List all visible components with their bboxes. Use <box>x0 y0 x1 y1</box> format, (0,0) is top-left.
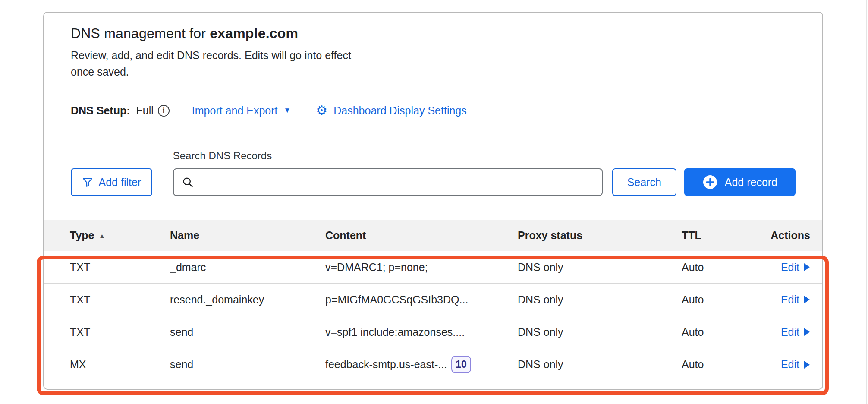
cell-actions: Edit <box>764 326 810 338</box>
sort-ascending-icon: ▲ <box>99 232 106 240</box>
column-header-proxy-status[interactable]: Proxy status <box>518 229 682 242</box>
column-header-content[interactable]: Content <box>325 229 518 242</box>
table-row: TXT send v=spf1 include:amazonses.... DN… <box>44 316 822 348</box>
cell-content: v=DMARC1; p=none; <box>325 261 518 274</box>
cell-actions: Edit <box>764 261 810 274</box>
add-filter-label: Add filter <box>99 176 142 189</box>
dns-records-table: Type▲ Name Content Proxy status TTL Acti… <box>44 220 822 381</box>
edit-record-link[interactable]: Edit <box>781 358 810 371</box>
import-export-dropdown[interactable]: Import and Export ▼ <box>192 104 291 117</box>
cell-ttl: Auto <box>682 261 764 274</box>
cell-ttl: Auto <box>682 294 764 306</box>
add-filter-button[interactable]: Add filter <box>71 168 152 196</box>
chevron-down-icon: ▼ <box>284 106 291 115</box>
cell-ttl: Auto <box>682 358 764 371</box>
dns-management-card: DNS management for example.com Review, a… <box>43 12 823 390</box>
plus-circle-icon <box>702 174 718 190</box>
cell-content: v=spf1 include:amazonses.... <box>325 326 518 338</box>
dns-setup-label: DNS Setup: <box>71 104 130 117</box>
chevron-right-icon <box>804 328 810 336</box>
cell-type: TXT <box>70 294 170 306</box>
page-title-prefix: DNS management for <box>71 25 210 41</box>
cell-name: send <box>170 358 325 371</box>
priority-badge: 10 <box>451 356 471 373</box>
search-button[interactable]: Search <box>612 168 676 196</box>
search-toolbar: Add filter Search DNS Records Search <box>71 150 796 196</box>
add-record-label: Add record <box>725 176 777 189</box>
edit-record-link[interactable]: Edit <box>781 294 810 306</box>
cell-name: resend._domainkey <box>170 294 325 306</box>
import-export-label: Import and Export <box>192 104 278 117</box>
table-row: TXT _dmarc v=DMARC1; p=none; DNS only Au… <box>44 251 822 284</box>
dns-setup-row: DNS Setup: Full i Import and Export ▼ ⚙ … <box>71 104 796 117</box>
cell-actions: Edit <box>764 294 810 306</box>
column-header-ttl[interactable]: TTL <box>682 229 764 242</box>
edit-record-link[interactable]: Edit <box>781 326 810 338</box>
page-title-domain: example.com <box>210 25 298 41</box>
page-title: DNS management for example.com <box>71 25 796 42</box>
cell-ttl: Auto <box>682 326 764 338</box>
cell-type: MX <box>70 358 170 371</box>
chevron-right-icon <box>804 295 810 304</box>
cell-content: p=MIGfMA0GCSqGSIb3DQ... <box>325 294 518 306</box>
table-row: TXT resend._domainkey p=MIGfMA0GCSqGSIb3… <box>44 284 822 316</box>
dns-setup-value: Full <box>136 104 154 117</box>
cell-proxy-status: DNS only <box>518 261 682 274</box>
cell-name: _dmarc <box>170 261 325 274</box>
search-input[interactable] <box>200 169 594 195</box>
chevron-right-icon <box>804 360 810 369</box>
table-row: MX send feedback-smtp.us-east-... 10 DNS… <box>44 348 822 381</box>
dashboard-display-settings-label: Dashboard Display Settings <box>333 104 467 117</box>
cell-proxy-status: DNS only <box>518 294 682 306</box>
info-icon[interactable]: i <box>158 105 170 117</box>
edit-record-link[interactable]: Edit <box>781 261 810 274</box>
filter-funnel-icon <box>82 177 93 188</box>
search-icon <box>182 176 194 188</box>
cell-actions: Edit <box>764 358 810 371</box>
cell-name: send <box>170 326 325 338</box>
gear-icon: ⚙ <box>316 104 327 117</box>
search-label: Search DNS Records <box>173 150 603 162</box>
cell-proxy-status: DNS only <box>518 326 682 338</box>
chevron-right-icon <box>804 263 810 271</box>
cell-content: feedback-smtp.us-east-... 10 <box>325 356 518 373</box>
search-box <box>173 168 603 196</box>
viewport-right-edge <box>866 0 867 404</box>
cell-type: TXT <box>70 326 170 338</box>
page-subtitle: Review, add, and edit DNS records. Edits… <box>71 47 359 80</box>
cell-type: TXT <box>70 261 170 274</box>
table-header-row: Type▲ Name Content Proxy status TTL Acti… <box>44 220 822 251</box>
column-header-type[interactable]: Type▲ <box>70 229 170 242</box>
add-record-button[interactable]: Add record <box>684 168 796 196</box>
column-header-actions: Actions <box>764 229 810 242</box>
search-field-group: Search DNS Records <box>173 150 603 196</box>
table-body: TXT _dmarc v=DMARC1; p=none; DNS only Au… <box>44 251 822 381</box>
cell-proxy-status: DNS only <box>518 358 682 371</box>
column-header-name[interactable]: Name <box>170 229 325 242</box>
dashboard-display-settings-link[interactable]: ⚙ Dashboard Display Settings <box>316 104 466 117</box>
